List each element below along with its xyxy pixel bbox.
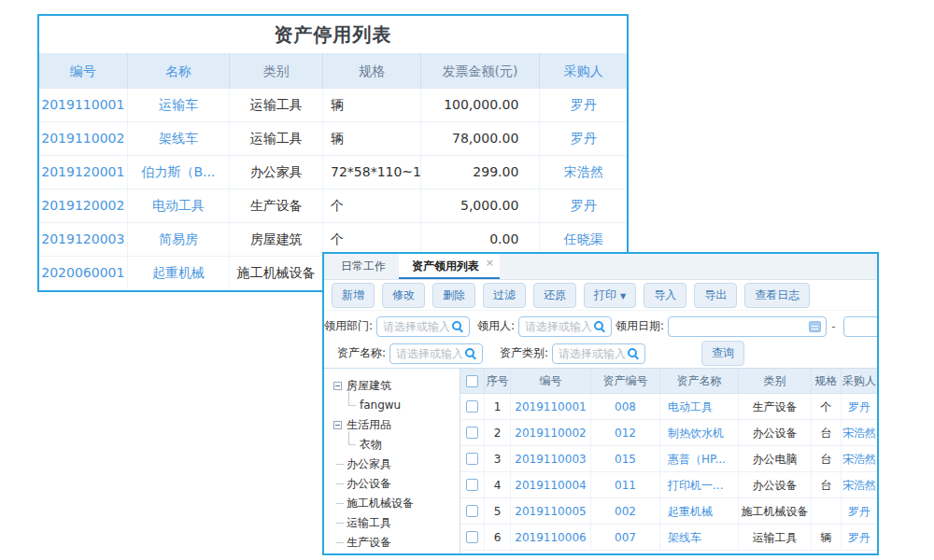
table-cell[interactable]: 002 [591, 498, 660, 524]
table-cell[interactable]: 2019120003 [39, 223, 128, 256]
toolbar-button-打印[interactable]: 打印▼ [584, 283, 636, 308]
page-title: 资产停用列表 [39, 16, 627, 53]
query-button[interactable]: 查询 [701, 341, 744, 366]
table-row: 42019110004011打印机一...办公设备台宋浩然 [460, 472, 877, 498]
table-cell[interactable]: 罗丹 [540, 89, 627, 121]
table-cell[interactable]: 起重机械 [660, 498, 739, 524]
tree-node-label: 生产设备 [347, 536, 391, 549]
table-cell[interactable]: 宋浩然 [842, 446, 877, 471]
table-row: 52019110005002起重机械施工机械设备罗丹 [460, 498, 877, 525]
tree-node[interactable]: 运输工具 [332, 513, 460, 533]
dropdown-arrow-icon: ▼ [620, 292, 626, 301]
date-range-separator: - [831, 320, 835, 333]
tree-node[interactable]: 办公设备 [332, 474, 460, 494]
select-all-checkbox[interactable] [466, 375, 478, 387]
toolbar-button-修改[interactable]: 修改 [382, 283, 425, 308]
search-icon[interactable] [465, 348, 477, 360]
table-cell[interactable]: 015 [591, 446, 660, 471]
table-cell[interactable]: 制热饮水机 [660, 420, 739, 445]
toolbar-button-导出[interactable]: 导出 [694, 283, 737, 308]
table-cell[interactable]: 罗丹 [842, 525, 877, 550]
table-cell[interactable]: 2019110001 [39, 89, 128, 121]
table-cell[interactable]: 罗丹 [842, 498, 877, 524]
table-cell[interactable]: 宋浩然 [842, 420, 877, 445]
table-row: 22019110002012制热饮水机办公设备台宋浩然 [460, 420, 877, 446]
table-cell[interactable]: 012 [591, 420, 660, 445]
column-header-name: 名称 [128, 53, 231, 89]
table-cell[interactable]: 运输车 [128, 89, 231, 121]
table-cell[interactable]: 2019110001 [511, 394, 591, 419]
table-cell: 生产设备 [739, 394, 812, 419]
close-icon[interactable]: × [486, 252, 494, 276]
table-cell[interactable]: 2019110002 [39, 122, 128, 155]
table-cell[interactable]: 罗丹 [842, 394, 877, 419]
asset-category-label: 资产类别: [490, 345, 548, 361]
collapse-minus-icon[interactable] [333, 421, 342, 429]
toolbar-button-新增[interactable]: 新增 [332, 283, 375, 308]
toolbar-button-还原[interactable]: 还原 [533, 283, 576, 308]
table-cell: 台 [812, 472, 842, 497]
tree-node[interactable]: 施工机械设备 [332, 494, 460, 513]
table-cell: 78,000.00 [421, 122, 541, 155]
table-cell[interactable]: 2019110005 [511, 498, 591, 524]
collapse-minus-icon[interactable] [333, 382, 342, 390]
column-header-id: 编号 [511, 369, 591, 393]
tree-node[interactable]: 生产设备 [332, 533, 460, 553]
table-cell[interactable]: 电动工具 [660, 394, 739, 419]
table-cell[interactable]: 2019120001 [39, 156, 128, 189]
table-cell: 房屋建筑 [230, 223, 323, 256]
dept-label: 领用部门: [324, 318, 373, 334]
date-label: 领用日期: [616, 318, 664, 334]
table-cell: 办公设备 [739, 420, 812, 445]
search-icon[interactable] [452, 321, 464, 333]
tab-label: 资产领用列表 [412, 259, 479, 273]
tree-node[interactable]: 衣物 [332, 435, 460, 455]
table-cell[interactable]: 罗丹 [540, 122, 627, 155]
table-cell[interactable]: 罗丹 [540, 189, 627, 222]
table-cell[interactable]: 架线车 [128, 122, 231, 155]
toolbar-button-过滤[interactable]: 过滤 [483, 283, 526, 308]
table-cell[interactable]: 宋浩然 [842, 472, 877, 497]
toolbar-button-删除[interactable]: 删除 [432, 283, 475, 308]
table-cell[interactable]: 电动工具 [128, 189, 231, 222]
table-cell: 个 [323, 189, 421, 222]
checkbox-cell [460, 446, 485, 471]
table-cell[interactable]: 打印机一... [660, 472, 739, 497]
row-checkbox[interactable] [466, 400, 478, 413]
toolbar-button-导入[interactable]: 导入 [644, 283, 686, 308]
table-cell[interactable]: 2019110003 [511, 446, 591, 471]
table-cell[interactable]: 简易房 [128, 223, 231, 256]
date-start-input[interactable] [668, 316, 827, 337]
tab-daily-work[interactable]: 日常工作 [328, 253, 399, 279]
calendar-icon[interactable] [809, 321, 821, 332]
row-checkbox[interactable] [466, 505, 478, 517]
table-cell[interactable]: 2019110002 [511, 420, 591, 445]
table-cell[interactable]: 架线车 [660, 525, 739, 550]
issue-grid: 序号 编号 资产编号 资产名称 类别 规格 采购人 12019110001008… [460, 369, 877, 553]
date-end-input[interactable] [843, 316, 879, 337]
toolbar-button-查看日志[interactable]: 查看日志 [744, 283, 810, 308]
table-cell[interactable]: 011 [591, 472, 660, 497]
table-cell [812, 498, 842, 524]
row-checkbox[interactable] [466, 531, 478, 543]
table-cell[interactable]: 2019120002 [39, 189, 128, 222]
table-cell[interactable]: 起重机械 [128, 257, 231, 289]
table-cell[interactable]: 惠普（HP... [660, 446, 739, 471]
search-icon[interactable] [594, 321, 606, 333]
table-cell[interactable]: 008 [591, 394, 660, 419]
row-checkbox[interactable] [466, 453, 478, 465]
search-icon[interactable] [628, 348, 640, 360]
row-checkbox[interactable] [466, 479, 478, 491]
tree-node[interactable]: fangwu [332, 396, 460, 415]
table-cell[interactable]: 2020060001 [39, 257, 128, 289]
table-cell[interactable]: 2019110004 [511, 472, 591, 497]
table-cell[interactable]: 007 [591, 525, 660, 550]
table-cell[interactable]: 宋浩然 [540, 156, 627, 189]
row-checkbox[interactable] [466, 427, 478, 439]
table-cell[interactable]: 2019110006 [511, 525, 591, 550]
table-cell[interactable]: 伯力斯（B... [128, 156, 231, 189]
table-cell: 办公设备 [739, 472, 812, 497]
tab-asset-issue-list[interactable]: 资产领用列表 × [399, 253, 500, 279]
tree-node[interactable]: 办公家具 [332, 455, 460, 474]
table-cell[interactable]: 任晓渠 [540, 223, 627, 256]
